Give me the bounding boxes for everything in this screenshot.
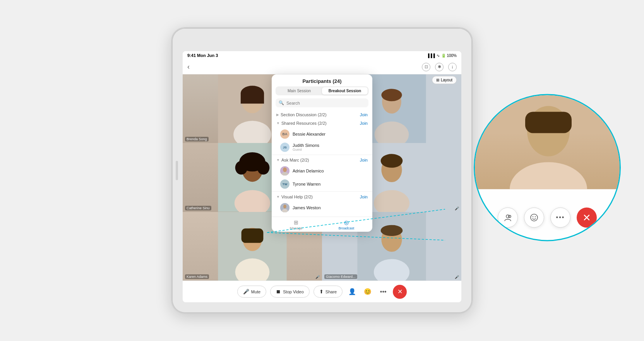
stop-video-button[interactable]: ⏹ Stop Video (270, 286, 310, 298)
breakout-session-tab[interactable]: Breakout Session (322, 87, 368, 95)
end-call-button[interactable]: ✕ (393, 285, 407, 299)
james-info: James Weston (293, 205, 368, 210)
session-tabs: Main Session Breakout Session (276, 86, 368, 95)
share-button[interactable]: ⬆ Share (313, 286, 343, 298)
svg-point-42 (533, 216, 533, 217)
participants-panel: Participants (24) Main Session Breakout … (272, 74, 372, 232)
shared-resources-arrow: ▼ (276, 121, 280, 125)
tyrone-info: Tyrone Warren (293, 182, 368, 186)
manage-icon: ⊞ (294, 219, 298, 226)
participant-name-5: Karen Adams (185, 274, 209, 279)
zoom-end-call-button[interactable] (577, 207, 597, 227)
zoom-bottom-row: ••• (498, 207, 597, 227)
mic-icon-6: 🎤 (455, 275, 459, 279)
section-discussion-label: Section Discussion (2/2) (281, 112, 360, 117)
svg-point-13 (257, 161, 269, 174)
participant-name-1: Brenda Song (185, 137, 209, 141)
bluetooth-icon[interactable]: ✱ (435, 63, 444, 71)
search-bar: 🔍 (276, 98, 368, 107)
judith-role: Guest (293, 148, 368, 152)
section-discussion-join[interactable]: Join (360, 112, 368, 117)
participant-name-3: Catherine Sinu (185, 206, 211, 210)
layout-icon: ⊞ (436, 78, 439, 82)
svg-rect-21 (242, 228, 264, 243)
svg-point-7 (381, 89, 402, 101)
ask-marc-join[interactable]: Join (360, 158, 368, 162)
camera-icon[interactable]: ⊡ (422, 63, 430, 71)
zoom-emoji-button[interactable] (524, 207, 544, 227)
bessie-info: Bessie Alexander (293, 132, 368, 136)
ask-marc-label: Ask Marc (2/2) (281, 158, 360, 162)
ask-marc-arrow: ▼ (276, 158, 280, 162)
section-discussion-arrow: ▶ (276, 113, 279, 117)
search-input[interactable] (286, 101, 365, 105)
svg-point-17 (381, 154, 403, 168)
broadcast-tab[interactable]: ◎ Broadcast (339, 219, 355, 230)
mute-button[interactable]: 🎤 Mute (237, 286, 266, 298)
svg-rect-36 (525, 112, 572, 133)
participants-button[interactable]: 👤 (346, 286, 358, 298)
back-button[interactable]: ‹ (187, 63, 190, 71)
shared-resources-join[interactable]: Join (360, 121, 368, 126)
status-icons: ▐▐▐ ∿ 🔋 100% (426, 53, 457, 58)
svg-point-28 (283, 167, 287, 172)
james-avatar (280, 203, 289, 212)
battery-icon: 🔋 100% (441, 53, 457, 58)
share-icon: ⬆ (319, 289, 324, 294)
scene: 9:41 Mon Jun 3 ▐▐▐ ∿ 🔋 100% ‹ ⊡ ✱ i (0, 0, 644, 341)
top-bar-right: ⊡ ✱ i (422, 63, 457, 71)
ipad-screen: 9:41 Mon Jun 3 ▐▐▐ ∿ 🔋 100% ‹ ⊡ ✱ i (183, 51, 461, 302)
bessie-avatar: BA (280, 129, 289, 139)
shared-resources-group[interactable]: ▼ Shared Resources (2/2) Join (272, 119, 372, 127)
manage-label: Manage (290, 226, 303, 230)
end-call-icon: ✕ (397, 288, 402, 295)
visual-help-label: Visual Help (2/2) (281, 195, 360, 199)
bottom-toolbar: 🎤 Mute ⏹ Stop Video ⬆ Share 👤 😊 ••• ✕ (183, 281, 461, 302)
mic-icon-5: 🎤 (315, 275, 320, 279)
judith-avatar: JS (280, 143, 289, 152)
zoom-more-button[interactable]: ••• (550, 207, 570, 227)
status-bar: 9:41 Mon Jun 3 ▐▐▐ ∿ 🔋 100% (183, 51, 461, 60)
visual-help-join[interactable]: Join (360, 195, 368, 199)
ipad-side-button (176, 161, 178, 180)
svg-point-12 (235, 161, 248, 174)
adrian-name: Adrian Delamico (293, 169, 368, 173)
james-name: James Weston (293, 205, 368, 210)
participant-adrian: Adrian Delamico (272, 164, 372, 177)
wifi-icon: ∿ (437, 53, 440, 58)
ask-marc-group[interactable]: ▼ Ask Marc (2/2) Join (272, 156, 372, 164)
svg-point-43 (535, 216, 536, 217)
info-icon[interactable]: i (448, 63, 457, 71)
zoom-participant-button[interactable] (498, 207, 518, 227)
tyrone-avatar: TW (280, 179, 289, 189)
svg-point-37 (510, 162, 587, 189)
section-discussion-group[interactable]: ▶ Section Discussion (2/2) Join (272, 110, 372, 119)
participant-bessie: BA Bessie Alexander (272, 127, 372, 141)
svg-point-40 (509, 215, 511, 217)
broadcast-icon: ◎ (344, 219, 349, 226)
broadcast-label: Broadcast (339, 226, 355, 230)
video-icon: ⏹ (276, 289, 281, 294)
ipad-device: 9:41 Mon Jun 3 ▐▐▐ ∿ 🔋 100% ‹ ⊡ ✱ i (171, 27, 473, 314)
layout-button[interactable]: ⊞ Layout (432, 76, 457, 84)
visual-help-group[interactable]: ▼ Visual Help (2/2) Join (272, 193, 372, 201)
svg-rect-3 (241, 93, 264, 104)
visual-help-arrow: ▼ (276, 195, 280, 199)
top-bar: ‹ ⊡ ✱ i (183, 60, 461, 74)
participant-judith: JS Judith Simons Guest (272, 141, 372, 154)
layout-label: Layout (441, 78, 452, 82)
status-time: 9:41 Mon Jun 3 (187, 53, 218, 58)
judith-info: Judith Simons Guest (293, 143, 368, 152)
participant-tyrone: TW Tyrone Warren (272, 177, 372, 191)
zoom-circle: eston Join (474, 94, 621, 241)
more-button[interactable]: ••• (377, 286, 389, 298)
panel-bottom-tabs: ⊞ Manage ◎ Broadcast (272, 217, 372, 232)
reactions-button[interactable]: 😊 (362, 286, 373, 298)
judith-name: Judith Simons (293, 143, 368, 148)
main-session-tab[interactable]: Main Session (276, 87, 322, 95)
participant-james: James Weston (272, 201, 372, 214)
adrian-info: Adrian Delamico (293, 169, 368, 173)
shared-resources-label: Shared Resources (2/2) (281, 121, 360, 126)
svg-point-25 (381, 225, 403, 236)
manage-tab[interactable]: ⊞ Manage (290, 219, 303, 230)
